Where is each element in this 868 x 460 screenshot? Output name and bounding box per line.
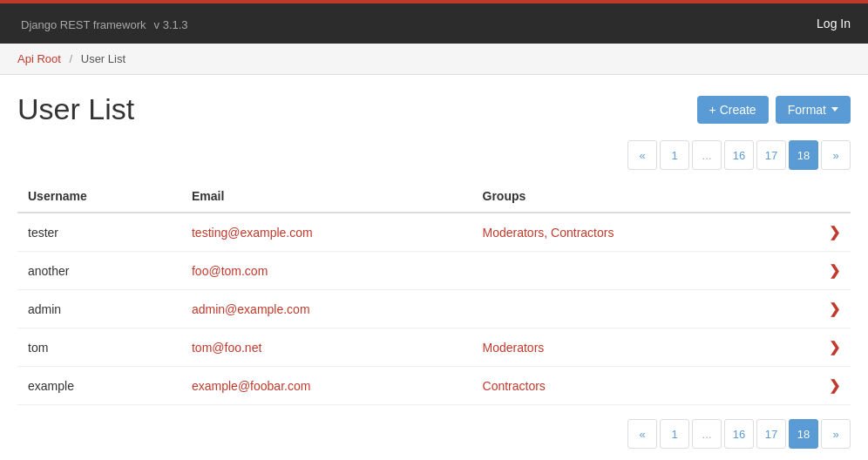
- bottom-pagination-page-18-button[interactable]: 18: [789, 419, 818, 449]
- cell-username: example: [17, 367, 181, 405]
- bottom-pagination-last-button[interactable]: »: [821, 419, 851, 449]
- column-email: Email: [181, 180, 472, 213]
- row-arrow-icon: ❯: [829, 301, 840, 316]
- breadcrumb: Api Root / User List: [0, 44, 868, 75]
- page-header: User List + Create Format: [17, 92, 851, 126]
- cell-arrow[interactable]: ❯: [784, 328, 851, 367]
- cell-arrow[interactable]: ❯: [784, 252, 851, 290]
- header-actions: + Create Format: [697, 96, 851, 124]
- page-title: User List: [17, 92, 134, 126]
- breadcrumb-root-link[interactable]: Api Root: [17, 52, 61, 65]
- column-actions: [784, 180, 851, 213]
- cell-groups: Moderators: [472, 328, 785, 367]
- app-version: v 3.1.3: [154, 18, 188, 31]
- row-arrow-icon: ❯: [829, 263, 840, 278]
- main-content: User List + Create Format « 1 ... 16 17 …: [0, 75, 868, 460]
- cell-groups: [472, 290, 785, 328]
- table-row[interactable]: anotherfoo@tom.com❯: [17, 252, 851, 290]
- format-caret-icon: [831, 107, 838, 112]
- bottom-pagination-page-1-button[interactable]: 1: [660, 419, 689, 449]
- top-pagination: « 1 ... 16 17 18 »: [17, 140, 851, 170]
- row-arrow-icon: ❯: [829, 340, 840, 355]
- table-row[interactable]: tomtom@foo.netModerators❯: [17, 328, 851, 367]
- bottom-pagination-page-17-button[interactable]: 17: [756, 419, 786, 449]
- app-brand: Django REST framework v 3.1.3: [17, 15, 188, 33]
- cell-email: example@foobar.com: [181, 367, 472, 405]
- column-username: Username: [17, 180, 181, 213]
- table-row[interactable]: adminadmin@example.com❯: [17, 290, 851, 328]
- breadcrumb-separator: /: [70, 52, 73, 65]
- table-header-row: Username Email Groups: [17, 180, 851, 213]
- row-arrow-icon: ❯: [829, 225, 840, 240]
- cell-arrow[interactable]: ❯: [784, 367, 851, 405]
- cell-email: admin@example.com: [181, 290, 472, 328]
- bottom-pagination: « 1 ... 16 17 18 »: [17, 419, 851, 449]
- table-row[interactable]: exampleexample@foobar.comContractors❯: [17, 367, 851, 405]
- pagination-last-button[interactable]: »: [821, 140, 851, 170]
- breadcrumb-current: User List: [81, 52, 125, 65]
- pagination-page-18-button[interactable]: 18: [789, 140, 818, 170]
- cell-groups: Contractors: [472, 367, 785, 405]
- cell-email: foo@tom.com: [181, 252, 472, 290]
- bottom-pagination-page-16-button[interactable]: 16: [724, 419, 754, 449]
- cell-groups: [472, 252, 785, 290]
- cell-username: tom: [17, 328, 181, 367]
- user-table: Username Email Groups testertesting@exam…: [17, 180, 851, 405]
- cell-arrow[interactable]: ❯: [784, 213, 851, 252]
- format-button[interactable]: Format: [776, 96, 851, 124]
- app-name: Django REST framework: [21, 18, 146, 31]
- cell-groups: Moderators, Contractors: [472, 213, 785, 252]
- navbar: Django REST framework v 3.1.3 Log In: [0, 0, 868, 44]
- row-arrow-icon: ❯: [829, 378, 840, 393]
- pagination-page-1-button[interactable]: 1: [660, 140, 689, 170]
- cell-username: another: [17, 252, 181, 290]
- bottom-pagination-first-button[interactable]: «: [627, 419, 657, 449]
- bottom-pagination-ellipsis-1: ...: [692, 419, 722, 449]
- format-label: Format: [788, 103, 826, 117]
- table-row[interactable]: testertesting@example.comModerators, Con…: [17, 213, 851, 252]
- cell-email: testing@example.com: [181, 213, 472, 252]
- cell-username: tester: [17, 213, 181, 252]
- pagination-page-17-button[interactable]: 17: [756, 140, 786, 170]
- pagination-first-button[interactable]: «: [627, 140, 657, 170]
- cell-username: admin: [17, 290, 181, 328]
- column-groups: Groups: [472, 180, 785, 213]
- pagination-ellipsis-1: ...: [692, 140, 722, 170]
- cell-email: tom@foo.net: [181, 328, 472, 367]
- login-button[interactable]: Log In: [817, 17, 851, 30]
- pagination-page-16-button[interactable]: 16: [724, 140, 754, 170]
- cell-arrow[interactable]: ❯: [784, 290, 851, 328]
- create-button[interactable]: + Create: [697, 96, 769, 124]
